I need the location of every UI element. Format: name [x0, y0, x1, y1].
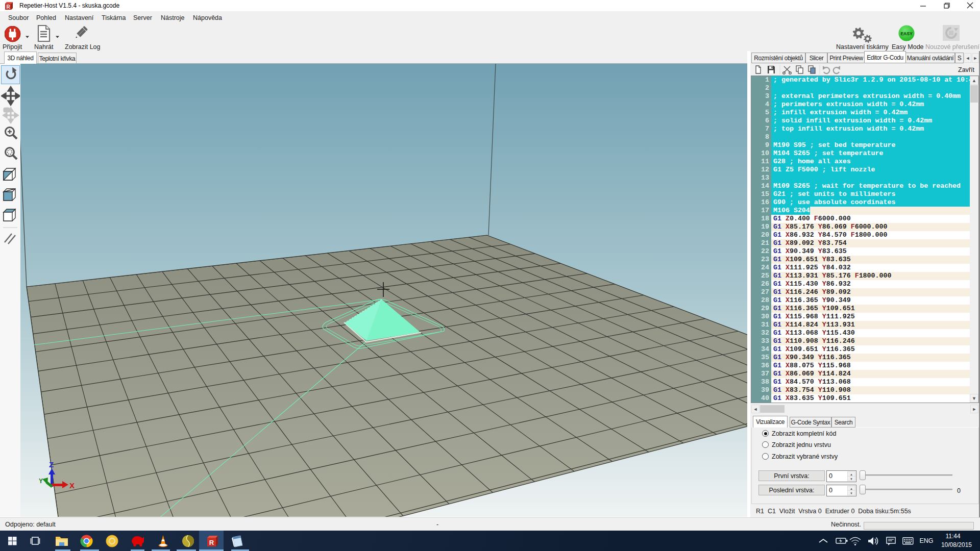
svg-text:Z: Z — [49, 460, 54, 469]
svg-text:EASY: EASY — [900, 31, 912, 36]
svg-text:Y: Y — [39, 478, 43, 485]
svg-text:R: R — [209, 539, 214, 546]
svg-text:X: X — [69, 481, 75, 490]
svg-text:R: R — [6, 4, 10, 10]
